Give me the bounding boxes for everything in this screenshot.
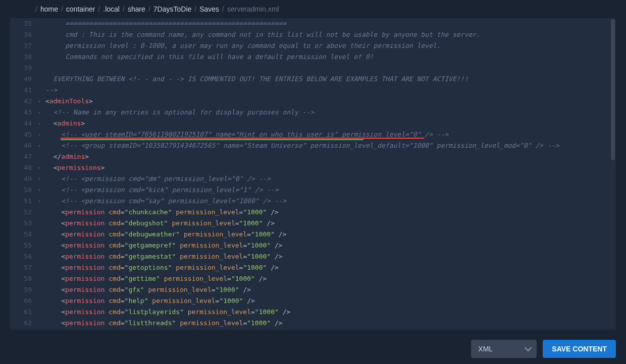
line-number: 59 (10, 284, 32, 295)
fold-marker[interactable]: ▾ (38, 173, 45, 185)
fold-marker[interactable]: ▾ (38, 162, 45, 173)
line-number: 48 (10, 162, 32, 173)
hint-underline (61, 139, 363, 140)
code-line[interactable]: <permission cmd="listthreads" permission… (45, 318, 616, 329)
fold-marker (38, 151, 45, 162)
fold-marker (38, 295, 45, 307)
code-line[interactable]: <permission cmd="chunkcache" permission_… (45, 207, 616, 218)
code-line[interactable]: permission level : 0-1000, a user may ru… (45, 40, 616, 51)
code-line[interactable]: <permission cmd="debugweather" permissio… (45, 229, 616, 240)
code-line[interactable]: <permission cmd="gettime" permission_lev… (45, 273, 616, 284)
fold-marker[interactable]: ▾ (38, 140, 45, 151)
line-number: 37 (10, 40, 32, 51)
line-number: 36 (10, 29, 32, 40)
fold-marker[interactable]: ▾ (38, 129, 45, 140)
code-editor[interactable]: 3536373839404142434445464748495051525354… (10, 18, 616, 330)
code-line[interactable]: <!-- <permission cmd="dm" permission_lev… (45, 173, 616, 185)
fold-marker (38, 273, 45, 284)
breadcrumb-item: serveradmin.xml (227, 5, 279, 13)
language-value: XML (478, 345, 493, 353)
breadcrumb-item[interactable]: Saves (199, 5, 219, 13)
breadcrumb-sep: / (222, 5, 224, 13)
code-line[interactable]: <adminTools> (45, 96, 616, 107)
fold-marker (38, 63, 45, 74)
fold-marker (38, 318, 45, 329)
line-number: 44 (10, 118, 32, 129)
line-number: 45 (10, 129, 32, 140)
breadcrumb-sep: / (35, 5, 37, 13)
code-line[interactable]: <admins> (45, 118, 616, 129)
line-number: 55 (10, 240, 32, 251)
line-number: 38 (10, 51, 32, 63)
code-line[interactable]: <!-- Name in any entries is optional for… (45, 107, 616, 118)
code-line[interactable]: <permission cmd="getgamepref" permission… (45, 240, 616, 251)
line-number: 58 (10, 273, 32, 284)
line-number: 57 (10, 262, 32, 273)
line-number: 40 (10, 74, 32, 85)
code-line[interactable]: Commands not specified in this file will… (45, 51, 616, 63)
fold-marker (38, 284, 45, 295)
fold-marker (38, 229, 45, 240)
fold-gutter[interactable]: ▾▾▾▾▾▾▾▾▾ (38, 18, 45, 330)
line-number: 51 (10, 196, 32, 207)
breadcrumb: /home/container/.local/share/7DaysToDie/… (0, 0, 626, 18)
line-number: 43 (10, 107, 32, 118)
fold-marker (38, 262, 45, 273)
line-number: 50 (10, 185, 32, 196)
fold-marker[interactable]: ▾ (38, 185, 45, 196)
language-select[interactable]: XML (471, 340, 537, 358)
breadcrumb-item[interactable]: container (66, 5, 95, 13)
line-number: 41 (10, 85, 32, 96)
line-number: 39 (10, 63, 32, 74)
code-line[interactable]: EVERYTHING BETWEEN <!- - and - -> IS COM… (45, 74, 616, 85)
fold-marker (38, 40, 45, 51)
breadcrumb-item[interactable]: 7DaysToDie (153, 5, 191, 13)
code-line[interactable]: <!-- <group steamID="103582791434672565"… (45, 140, 616, 151)
breadcrumb-sep: / (123, 5, 125, 13)
fold-marker (38, 51, 45, 63)
code-line[interactable]: ========================================… (45, 18, 616, 29)
fold-marker[interactable]: ▾ (38, 196, 45, 207)
code-content[interactable]: ========================================… (45, 18, 616, 330)
code-line[interactable]: <!-- <permission cmd="say" permission_le… (45, 196, 616, 207)
line-number: 54 (10, 229, 32, 240)
scrollbar[interactable] (611, 19, 615, 160)
code-line[interactable]: </admins> (45, 151, 616, 162)
breadcrumb-item[interactable]: .local (103, 5, 120, 13)
code-line[interactable]: --> (45, 85, 616, 96)
code-line[interactable]: <!-- <user steamID="76561198021925107" n… (45, 129, 616, 140)
breadcrumb-item[interactable]: home (40, 5, 58, 13)
fold-marker (38, 218, 45, 229)
line-number: 35 (10, 18, 32, 29)
line-number: 46 (10, 140, 32, 151)
breadcrumb-item[interactable]: share (128, 5, 145, 13)
fold-marker (38, 251, 45, 262)
code-line[interactable]: <permission cmd="help" permission_level=… (45, 295, 616, 307)
code-line[interactable]: <permission cmd="debugshot" permission_l… (45, 218, 616, 229)
fold-marker (38, 207, 45, 218)
line-number: 61 (10, 307, 32, 318)
line-number: 53 (10, 218, 32, 229)
code-line[interactable]: <permission cmd="getoptions" permission_… (45, 262, 616, 273)
fold-marker (38, 18, 45, 29)
footer-actions: XML SAVE CONTENT (471, 340, 616, 358)
code-line[interactable]: <permission cmd="getgamestat" permission… (45, 251, 616, 262)
line-number: 62 (10, 318, 32, 329)
code-line[interactable]: <permissions> (45, 162, 616, 173)
code-line[interactable]: <permission cmd="listplayerids" permissi… (45, 307, 616, 318)
line-number: 60 (10, 295, 32, 307)
line-number: 49 (10, 173, 32, 185)
fold-marker (38, 29, 45, 40)
fold-marker[interactable]: ▾ (38, 96, 45, 107)
breadcrumb-sep: / (61, 5, 63, 13)
fold-marker[interactable]: ▾ (38, 118, 45, 129)
code-line[interactable]: <permission cmd="gfx" permission_level="… (45, 284, 616, 295)
breadcrumb-sep: / (98, 5, 100, 13)
error-underline (61, 138, 424, 139)
line-number: 47 (10, 151, 32, 162)
code-line[interactable] (45, 63, 616, 74)
save-content-button[interactable]: SAVE CONTENT (543, 340, 616, 358)
fold-marker[interactable]: ▾ (38, 107, 45, 118)
code-line[interactable]: <!-- <permission cmd="kick" permission_l… (45, 185, 616, 196)
code-line[interactable]: cmd : This is the command name, any comm… (45, 29, 616, 40)
